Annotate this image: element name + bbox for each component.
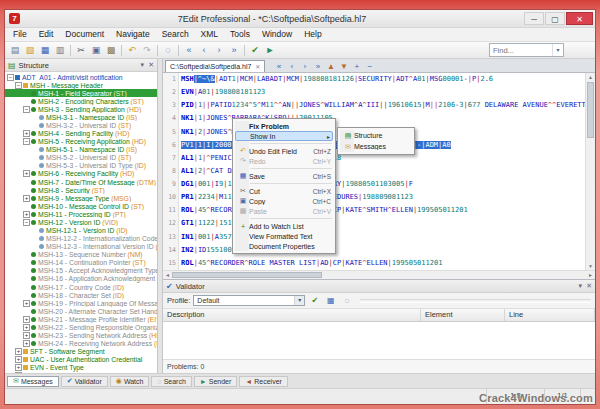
expand-icon[interactable]: +: [23, 332, 30, 339]
expand-all-icon[interactable]: +: [351, 60, 362, 73]
menu-item-redo[interactable]: ↷RedoCtrl+Y: [235, 156, 333, 166]
search-results-icon[interactable]: ◌: [340, 295, 353, 307]
tree-item[interactable]: +MSH-19 - Principal Language Of Message …: [5, 299, 157, 307]
bottom-tab-messages[interactable]: ✉Messages: [7, 376, 59, 387]
panel-menu-icon[interactable]: ▾: [141, 61, 145, 69]
nav-prev-segment-icon[interactable]: ‹: [286, 60, 297, 73]
tree-item[interactable]: +MSH-24 - Receiving Network Address (HD): [5, 340, 157, 348]
menu-item-show-in[interactable]: Show In▸: [235, 131, 333, 141]
bottom-tab-validator[interactable]: ✔Validator: [61, 376, 108, 387]
scroll-right-icon[interactable]: ►: [586, 272, 595, 278]
menu-item-messages[interactable]: ✉Messages: [340, 141, 412, 152]
expand-icon[interactable]: +: [23, 300, 30, 307]
menu-item-add-to-watch-list[interactable]: +Add to Watch List: [235, 221, 333, 231]
menu-item-structure[interactable]: ▤Structure: [340, 130, 412, 141]
tree-item[interactable]: MSH-13 - Sequence Number (NM): [5, 251, 157, 259]
editor-line[interactable]: ROL|45^RECORDER^ROLE MASTER LIST|AD|CP|K…: [181, 257, 595, 270]
nav-first-icon[interactable]: «: [182, 44, 196, 57]
panel-close-icon[interactable]: ✕: [148, 61, 154, 69]
hscroll-thumb[interactable]: [172, 272, 322, 278]
bottom-tab-search[interactable]: ◌Search: [151, 376, 191, 387]
validate-icon[interactable]: ✔: [248, 44, 262, 57]
tree-item[interactable]: +MSH-21 - Message Profile Identifier (EI…: [5, 315, 157, 323]
bottom-tab-sender[interactable]: ►Sender: [194, 376, 238, 387]
collapse-icon[interactable]: −: [23, 219, 30, 226]
scroll-up-icon[interactable]: ▲: [588, 73, 593, 81]
tree-item[interactable]: MSH-20 - Alternate Character Set Handlin…: [5, 307, 157, 315]
nav-last-segment-icon[interactable]: »: [312, 60, 323, 73]
prev-problem-icon[interactable]: ▲: [325, 60, 336, 73]
tree-item[interactable]: MSH-12-1 - Version ID (ID): [5, 226, 157, 234]
scroll-left-icon[interactable]: ◄: [163, 272, 172, 278]
menu-item-undo-edit-field[interactable]: ↶Undo Edit FieldCtrl+Z: [235, 146, 333, 156]
save-icon[interactable]: ▦: [38, 44, 52, 57]
new-document-icon[interactable]: ▤: [8, 44, 22, 57]
menu-item-save[interactable]: ▦SaveCtrl+S: [235, 171, 333, 181]
tree-item[interactable]: MSH-15 - Accept Acknowledgment Type (ID): [5, 267, 157, 275]
menu-window[interactable]: Window: [256, 28, 298, 41]
tree-item[interactable]: +SFT - Software Segment: [5, 348, 157, 356]
nav-last-icon[interactable]: »: [227, 44, 241, 57]
tree-item[interactable]: MSH-7 - Date/Time Of Message (DTM): [5, 178, 157, 186]
tree-item[interactable]: +UAC - User Authentication Credential: [5, 356, 157, 364]
profile-combo[interactable]: Default ▾: [193, 295, 305, 306]
nav-next-segment-icon[interactable]: ›: [299, 60, 310, 73]
validator-menu-icon[interactable]: ▾: [579, 282, 583, 290]
tree-item[interactable]: MSH-14 - Continuation Pointer (ST): [5, 259, 157, 267]
next-problem-icon[interactable]: ▼: [338, 60, 349, 73]
expand-icon[interactable]: +: [23, 316, 30, 323]
tree-item[interactable]: MSH-5-2 - Universal ID (ST): [5, 154, 157, 162]
menu-document[interactable]: Document: [59, 28, 110, 41]
tree-item[interactable]: −MSH-3 - Sending Application (HD): [5, 105, 157, 113]
expand-icon[interactable]: +: [23, 170, 30, 177]
search-icon[interactable]: ◌: [161, 44, 175, 57]
menu-item-fix-problem[interactable]: Fix Problem: [235, 121, 333, 131]
editor-vscrollbar[interactable]: ▲ ▼: [585, 73, 595, 270]
expand-icon[interactable]: +: [15, 364, 22, 371]
tree-item[interactable]: −MSH - Message Header: [5, 81, 157, 89]
find-input[interactable]: [490, 46, 552, 55]
menu-edit[interactable]: Edit: [33, 28, 60, 41]
save-report-icon[interactable]: ▦: [324, 295, 337, 307]
tree-item[interactable]: MSH-12-3 - International Version ID (CWE…: [5, 243, 157, 251]
tree-item[interactable]: MSH-3-2 - Universal ID (ST): [5, 121, 157, 129]
bottom-tab-receiver[interactable]: ◄Receiver: [239, 376, 288, 387]
nav-first-segment-icon[interactable]: «: [273, 60, 284, 73]
tree-item[interactable]: MSH-5-1 - Namespace ID (IS): [5, 146, 157, 154]
nav-next-icon[interactable]: ›: [212, 44, 226, 57]
menu-xml[interactable]: XML: [195, 28, 224, 41]
collapse-all-icon[interactable]: −: [364, 60, 375, 73]
print-icon[interactable]: ▥: [53, 44, 67, 57]
expand-icon[interactable]: +: [23, 211, 30, 218]
cut-icon[interactable]: ✂: [74, 44, 88, 57]
expand-icon[interactable]: +: [23, 340, 30, 347]
collapse-icon[interactable]: −: [23, 106, 30, 113]
tree-item[interactable]: −MSH-12 - Version ID (VID): [5, 218, 157, 226]
editor[interactable]: 123456789101112131415 MSH|^~\&|ADT1|MCM|…: [163, 73, 595, 270]
run-validation-icon[interactable]: ✔: [308, 295, 321, 307]
menu-item-paste[interactable]: ▩PasteCtrl+V: [235, 206, 333, 216]
menu-tools[interactable]: Tools: [224, 28, 256, 41]
tree-item[interactable]: MSH-8 - Security (ST): [5, 186, 157, 194]
menu-help[interactable]: Help: [298, 28, 327, 41]
menu-item-copy[interactable]: ▣CopyCtrl+C: [235, 196, 333, 206]
tree-item[interactable]: MSH-2 - Encoding Characters (ST): [5, 97, 157, 105]
nav-prev-icon[interactable]: ‹: [197, 44, 211, 57]
tree-item[interactable]: +MSH-9 - Message Type (MSG): [5, 194, 157, 202]
validator-close-icon[interactable]: ✕: [586, 282, 592, 290]
tree-item[interactable]: +MSH-23 - Sending Network Address (HD): [5, 332, 157, 340]
editor-hscrollbar[interactable]: ◄ ►: [163, 270, 595, 279]
expand-icon[interactable]: +: [23, 130, 30, 137]
paste-icon[interactable]: ▩: [104, 44, 118, 57]
tree-item[interactable]: +MSH-11 - Processing ID (PT): [5, 210, 157, 218]
tree-item[interactable]: MSH-12-2 - Internationalization Code (CW…: [5, 235, 157, 243]
tree-item[interactable]: −MSH-5 - Receiving Application (HD): [5, 138, 157, 146]
tab-close-icon[interactable]: ✕: [255, 63, 260, 70]
send-message-icon[interactable]: ►: [263, 44, 277, 57]
menu-item-document-properties[interactable]: Document Properties: [235, 241, 333, 251]
expand-icon[interactable]: +: [23, 324, 30, 331]
expand-icon[interactable]: +: [23, 195, 30, 202]
expand-icon[interactable]: +: [15, 356, 22, 363]
tree-item[interactable]: MSH-18 - Character Set (ID): [5, 291, 157, 299]
column-header-line[interactable]: Line: [505, 309, 595, 321]
